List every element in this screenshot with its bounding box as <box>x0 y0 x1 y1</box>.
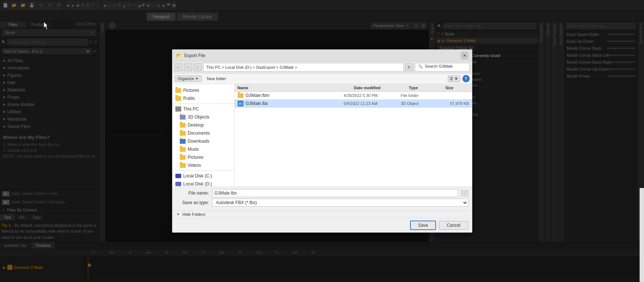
folder-label-pictures: Pictures <box>183 88 199 93</box>
nav-up-btn[interactable]: ↑ <box>194 63 202 71</box>
organize-arrow: ▼ <box>195 77 198 80</box>
dialog-actions: Save Cancel <box>172 218 472 232</box>
folder-label-music: Music <box>188 147 199 152</box>
help-btn[interactable]: ? <box>462 75 470 82</box>
dialog-bottom: File name: ▼ Save as type: Autodesk FBX … <box>172 187 472 210</box>
dialog-search-box[interactable]: 🔍 Search G3Male <box>415 63 470 72</box>
organize-label: Organize <box>178 76 194 81</box>
folder-icon-pictures <box>175 88 181 93</box>
hide-folders-label: Hide Folders <box>183 212 205 217</box>
save-button[interactable]: Save <box>410 221 436 230</box>
file-date-1: 5/9/2022 11:23 AM <box>344 101 399 106</box>
organize-btn[interactable]: Organize ▼ <box>175 75 202 82</box>
hdd-icon-d <box>175 182 181 186</box>
hdd-label-c: Local Disk (C:) <box>183 173 212 178</box>
folder-icon-3d <box>180 115 186 120</box>
view-options-btn[interactable]: ☰ ▼ <box>448 75 460 82</box>
hide-folders-row: ▼ Hide Folders <box>172 210 472 218</box>
dialog-folder-videos[interactable]: Videos <box>172 161 234 169</box>
file-list-header: Name Date modified Type Size <box>235 84 472 92</box>
nav-back-btn[interactable]: ← <box>175 63 183 71</box>
dialog-file-content: Name Date modified Type Size G3Male.fbm … <box>235 84 472 187</box>
file-3d-icon-1: 3D <box>238 101 243 106</box>
file-name-field-label: File name: <box>176 191 209 196</box>
folder-icon-pictures2 <box>180 155 186 160</box>
header-date[interactable]: Date modified <box>351 84 406 91</box>
folder-icon-downloads <box>180 139 186 144</box>
dialog-search-placeholder: Search G3Male <box>425 64 453 68</box>
file-size-1: 57,978 KB <box>440 101 469 106</box>
hdd-icon-c <box>175 174 181 178</box>
file-name-input[interactable] <box>212 189 458 197</box>
dialog-title-icon: 📂 <box>176 53 182 59</box>
save-type-select[interactable]: Autodesk FBX (*.fbx) <box>212 199 468 207</box>
dialog-hdd-d[interactable]: Local Disk (D:) <box>172 180 234 187</box>
folder-label-documents: Documents <box>188 131 210 136</box>
sidebar-sep-2 <box>172 170 234 171</box>
nav-forward-btn[interactable]: → <box>184 63 192 71</box>
folder-label-public: Public <box>183 96 196 101</box>
dialog-folder-3d[interactable]: 3D Objects <box>172 113 234 121</box>
file-type-1: 3D Object <box>401 101 438 106</box>
cancel-button[interactable]: Cancel <box>439 221 468 230</box>
dialog-body: Pictures Public This PC 3D Objects <box>172 84 472 187</box>
pc-icon <box>175 106 181 112</box>
dialog-nav: ← → ↑ This PC > Local Disk (D:) > DazExp… <box>172 61 472 74</box>
header-name[interactable]: Name <box>235 84 351 91</box>
dialog-folder-documents[interactable]: Documents <box>172 129 234 137</box>
folder-icon-public <box>175 96 181 101</box>
dialog-folder-public[interactable]: Public <box>172 94 234 102</box>
file-name-1: G3Male.fbx <box>246 101 342 106</box>
folder-label-downloads: Downloads <box>188 139 209 144</box>
folder-label-3d: 3D Objects <box>188 114 209 120</box>
this-pc-label: This PC <box>183 106 199 112</box>
sidebar-sep-1 <box>172 104 234 104</box>
nav-refresh-btn[interactable]: ↻ <box>405 63 413 71</box>
file-row-1[interactable]: 3D G3Male.fbx 5/9/2022 11:23 AM 3D Objec… <box>235 99 472 108</box>
dialog-title-label: Export File <box>185 53 205 58</box>
dialog-folder-desktop[interactable]: Desktop <box>172 121 234 129</box>
header-type[interactable]: Type <box>406 84 443 91</box>
file-folder-icon-0 <box>238 93 243 98</box>
dialog-folder-pictures[interactable]: Pictures <box>172 86 234 94</box>
new-folder-btn[interactable]: New folder <box>204 76 229 82</box>
header-size[interactable]: Size <box>443 84 472 91</box>
breadcrumb-path: This PC > Local Disk (D:) > DazExport > … <box>203 63 404 72</box>
dialog-folder-music[interactable]: Music <box>172 145 234 153</box>
file-name-field: File name: ▼ <box>176 189 468 197</box>
breadcrumb-text: This PC > Local Disk (D:) > DazExport > … <box>206 65 297 69</box>
folder-icon-videos <box>180 163 186 168</box>
hide-folders-btn[interactable]: ▼ <box>176 212 180 217</box>
file-name-0: G3Male.fbm <box>246 93 342 98</box>
dialog-hdd-c[interactable]: Local Disk (C:) <box>172 172 234 180</box>
dialog-folder-pictures2[interactable]: Pictures <box>172 153 234 161</box>
folder-label-pictures2: Pictures <box>188 155 204 160</box>
file-name-dropdown-btn[interactable]: ▼ <box>461 190 468 196</box>
dialog-toolbar: Organize ▼ New folder ☰ ▼ ? <box>172 74 472 84</box>
dialog-sidebar: Pictures Public This PC 3D Objects <box>172 84 235 187</box>
folder-icon-music <box>180 147 186 152</box>
file-type-0: File folder <box>401 93 438 98</box>
dialog-this-pc[interactable]: This PC <box>172 105 234 113</box>
folder-icon-documents <box>180 131 186 136</box>
hdd-label-d: Local Disk (D:) <box>183 181 212 187</box>
folder-icon-desktop <box>180 123 186 128</box>
save-as-type-field: Save as type: Autodesk FBX (*.fbx) <box>176 199 468 207</box>
folder-label-videos: Videos <box>188 163 201 168</box>
file-row-0[interactable]: G3Male.fbm 4/28/2022 5:30 PM File folder <box>235 92 472 99</box>
folder-label-desktop: Desktop <box>188 123 204 128</box>
file-date-0: 4/28/2022 5:30 PM <box>344 93 399 98</box>
dialog-folder-downloads[interactable]: Downloads <box>172 137 234 145</box>
dialog-search-icon: 🔍 <box>418 64 422 68</box>
dialog-titlebar: 📂 Export File ✕ <box>172 50 472 61</box>
dialog-close-button[interactable]: ✕ <box>461 52 468 59</box>
export-dialog: 📂 Export File ✕ ← → ↑ This PC > Local Di… <box>172 49 472 233</box>
dialog-overlay: 📂 Export File ✕ ← → ↑ This PC > Local Di… <box>0 0 644 282</box>
save-type-label: Save as type: <box>176 200 209 205</box>
dialog-title-text: 📂 Export File <box>176 53 205 59</box>
